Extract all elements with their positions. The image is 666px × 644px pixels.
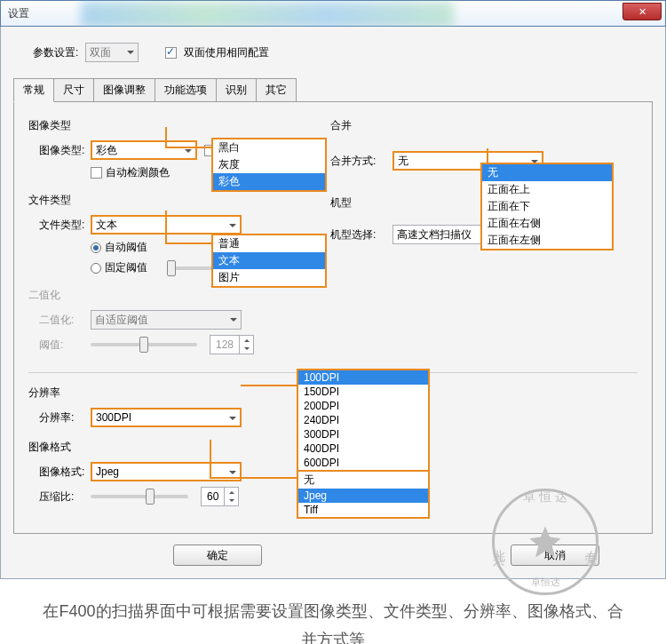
threshold-label: 阈值: [28,338,91,353]
threshold-slider [91,343,197,346]
image-type-select[interactable]: 彩色 [91,140,197,160]
file-type-label: 文件类型: [28,218,91,233]
sec-file-type: 文件类型 [28,193,321,208]
fixed-threshold-radio[interactable] [91,263,101,274]
file-type-dropdown[interactable]: 普通 文本 图片 [211,234,327,288]
tab-panel: 图像类型 图像类型: 彩色 多流 自动检测颜色 文件类型 文件类型: 文本 [13,101,653,534]
image-type-label: 图像类型: [28,143,91,158]
sec-image-type: 图像类型 [28,118,321,133]
tab-size[interactable]: 尺寸 [53,78,94,102]
auto-threshold-radio[interactable] [91,242,101,253]
param-row: 参数设置: 双面 双面使用相同配置 [13,27,653,71]
merge-label: 合并方式: [330,154,392,169]
ok-button[interactable]: 确定 [173,545,262,566]
merge-dropdown[interactable]: 无 正面在上 正面在下 正面在右侧 正面在左侧 [480,163,614,250]
auto-detect-label: 自动检测颜色 [106,165,170,180]
param-select[interactable]: 双面 [85,43,139,62]
tab-image-adjust[interactable]: 图像调整 [93,78,155,102]
sec-binarize: 二值化 [28,288,321,303]
title-blur [81,1,454,28]
dialog-body: 参数设置: 双面 双面使用相同配置 常规 尺寸 图像调整 功能选项 识别 其它 … [0,27,666,579]
compress-label: 压缩比: [28,489,91,505]
window-title: 设置 [8,6,29,21]
dpi-dropdown[interactable]: 100DPI 150DPI 200DPI 240DPI 300DPI 400DP… [297,369,430,472]
format-label: 图像格式: [28,465,91,480]
tab-ocr[interactable]: 识别 [216,78,257,102]
dpi-label: 分辨率: [28,410,91,425]
tab-general[interactable]: 常规 [13,78,54,102]
tabs: 常规 尺寸 图像调整 功能选项 识别 其它 [13,78,653,102]
auto-threshold-label: 自动阈值 [105,240,147,255]
tab-function[interactable]: 功能选项 [155,78,217,102]
param-label: 参数设置: [33,45,78,60]
dpi-select[interactable]: 300DPI [91,408,242,427]
binarize-label: 二值化: [28,313,91,328]
format-dropdown[interactable]: 无 Jpeg Tiff [297,470,430,519]
sec-merge: 合并 [330,118,638,133]
image-type-dropdown[interactable]: 黑白 灰度 彩色 [211,138,327,192]
cancel-button[interactable]: 取消 [511,545,599,566]
fixed-threshold-label: 固定阈值 [105,260,147,275]
binarize-select: 自适应阈值 [91,310,242,330]
window-titlebar: 设置 ✕ [0,0,666,27]
compress-slider[interactable] [91,495,188,498]
threshold-spin: 128 [210,335,254,354]
same-config-label: 双面使用相同配置 [184,45,269,60]
close-button[interactable]: ✕ [622,3,662,20]
auto-detect-checkbox[interactable] [91,167,102,179]
tab-other[interactable]: 其它 [256,78,297,102]
same-config-checkbox[interactable] [165,47,177,59]
compress-spin[interactable]: 60 [201,487,239,506]
model-label: 机型选择: [330,227,392,242]
caption-text: 在F400的扫描界面中可根据需要设置图像类型、文件类型、分辨率、图像格式、合并方… [0,579,666,644]
